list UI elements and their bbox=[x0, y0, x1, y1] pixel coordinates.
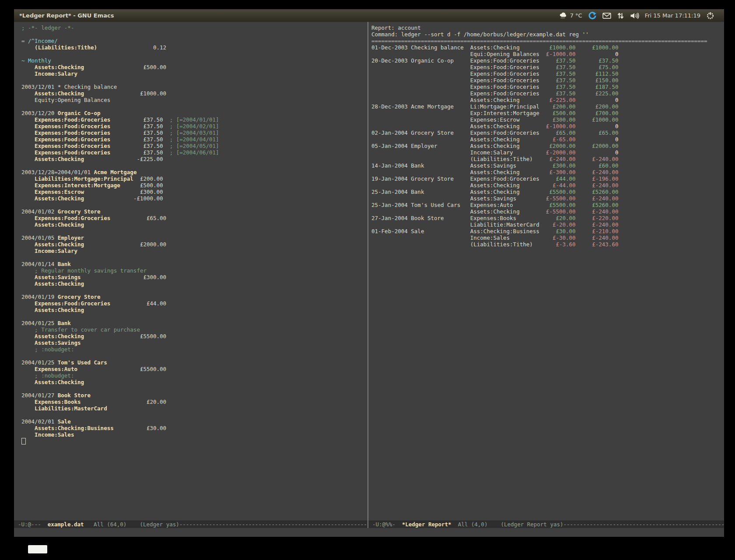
right-buffer-rows: 01-Dec-2003 Checking balance Assets:Chec… bbox=[371, 44, 724, 248]
desktop: *Ledger Report* - GNU Emacs 7 °C bbox=[0, 0, 735, 560]
minibuffer[interactable] bbox=[14, 528, 724, 537]
text-cursor bbox=[21, 438, 26, 444]
command-line: Command: ledger --sort d -f /home/borbus… bbox=[371, 31, 724, 38]
temperature-label: 7 °C bbox=[570, 12, 582, 19]
modeline-left[interactable]: -U:@--- example.dat All (64,0) (Ledger y… bbox=[14, 521, 368, 528]
window-title: *Ledger Report* - GNU Emacs bbox=[14, 12, 114, 19]
volume-icon[interactable] bbox=[630, 12, 639, 20]
refresh-icon[interactable] bbox=[588, 11, 597, 20]
system-tray: 7 °C bbox=[559, 11, 724, 20]
title-bar: *Ledger Report* - GNU Emacs 7 °C bbox=[14, 9, 724, 22]
clock[interactable]: Fri 15 Mar 17:11:19 bbox=[645, 12, 700, 19]
modeline-right[interactable]: -U:@%%- *Ledger Report* All (4,0) (Ledge… bbox=[368, 521, 724, 528]
mail-icon[interactable] bbox=[602, 12, 611, 19]
network-arrows-icon[interactable] bbox=[617, 12, 624, 20]
emacs-frame: ; -*- ledger -*-= /^Income/ (Liabilities… bbox=[14, 22, 724, 537]
left-buffer-lines: ; -*- ledger -*-= /^Income/ (Liabilities… bbox=[21, 24, 368, 438]
dock-item[interactable] bbox=[28, 545, 47, 553]
report-line: Report: account bbox=[371, 24, 724, 31]
left-window[interactable]: ; -*- ledger -*-= /^Income/ (Liabilities… bbox=[14, 22, 368, 521]
weather-icon[interactable] bbox=[559, 12, 567, 20]
power-icon[interactable] bbox=[706, 11, 714, 20]
separator-line: ========================================… bbox=[371, 38, 724, 44]
right-window[interactable]: Report: account Command: ledger --sort d… bbox=[368, 22, 724, 521]
